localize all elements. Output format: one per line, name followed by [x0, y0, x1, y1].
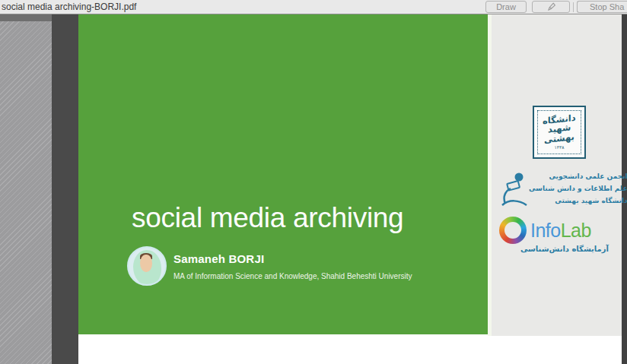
university-seal-logo: دانشگاه شهید بهشتی ۱۳۳۸ [533, 106, 586, 159]
reader-figure-icon [500, 170, 529, 207]
author-subtitle: MA of Information Science and Knowledge,… [173, 272, 412, 280]
toolbar-divider [573, 2, 574, 12]
pencil-tool-button[interactable] [532, 1, 570, 13]
infolab-wordmark: InfoLab [530, 220, 591, 242]
titlebar-controls: Draw Stop Sha [485, 1, 627, 13]
association-logo: انجمن علمی دانشجویی علم اطلاعات و دانش ش… [500, 168, 611, 209]
draw-button[interactable]: Draw [485, 1, 527, 13]
author-avatar [127, 246, 167, 286]
infolab-logo: InfoLab آزمایشگاه دانش‌شناسی [499, 217, 615, 253]
association-text: انجمن علمی دانشجویی علم اطلاعات و دانش ش… [529, 170, 627, 207]
screen: social media archiving-BORJI.pdf Draw St… [0, 0, 627, 364]
left-hatched-area [0, 14, 52, 364]
slide-green-area [78, 14, 488, 334]
author-name: Samaneh BORJI [173, 252, 264, 265]
infolab-word-lab: Lab [561, 220, 591, 241]
infolab-row: InfoLab [499, 217, 615, 244]
seal-year: ۱۳۳۸ [555, 144, 565, 150]
infolab-swirl-icon [499, 217, 527, 244]
infolab-subtitle: آزمایشگاه دانش‌شناسی [499, 245, 615, 253]
document-title: social media archiving-BORJI.pdf [0, 2, 136, 12]
left-dark-strip [52, 14, 78, 364]
avatar-face-shape [140, 255, 152, 272]
seal-text-line: بهشتی [544, 132, 574, 145]
association-text-line: انجمن علمی دانشجویی [529, 170, 627, 182]
association-text-line: علم اطلاعات و دانش شناسی [529, 182, 627, 195]
association-text-line: دانشگاه شهید بهشتی [529, 195, 627, 207]
infolab-word-info: Info [530, 220, 561, 241]
titlebar: social media archiving-BORJI.pdf Draw St… [0, 0, 627, 14]
stop-share-button[interactable]: Stop Sha [577, 1, 627, 13]
university-seal-inner: دانشگاه شهید بهشتی ۱۳۳۸ [537, 110, 581, 154]
slide-title: social media archiving [132, 202, 403, 234]
pencil-icon [546, 2, 556, 13]
next-page-area [78, 334, 622, 364]
